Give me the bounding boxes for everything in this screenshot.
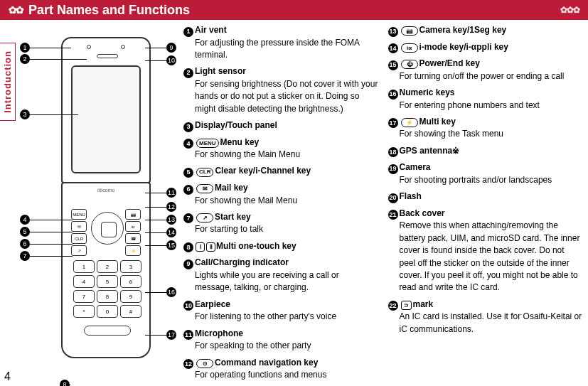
multi-onetouch-icon: Ⅰ (196, 242, 205, 252)
callout-14: 14 (145, 227, 176, 237)
item-number-badge: 7 (183, 213, 193, 223)
desc-item-body: Remove this when attaching/removing the … (400, 220, 583, 294)
nav-pad-illus (91, 212, 124, 245)
callout-8: 8 (60, 380, 70, 386)
desc-item-title: Clear key/i-Channel key (215, 166, 311, 176)
desc-item-head: 14iαi-mode key/i-αppli key (388, 41, 583, 54)
desc-item-10: 10EarpieceFor listening to the other par… (183, 299, 378, 323)
left-soft-keys: MENU ✉ CLR ↗ (71, 209, 87, 256)
key-0: 0 (97, 305, 118, 318)
multi-onetouch-illus (84, 326, 131, 336)
callout-7: 7 (20, 251, 73, 261)
desc-item-4: 4MENUMenu keyFor showing the Main Menu (183, 136, 378, 161)
callout-10: 10 (145, 55, 176, 65)
desc-item-1: 1Air ventFor adjusting the pressure insi… (183, 24, 378, 61)
callout-12: 12 (145, 202, 176, 212)
light-sensor-dot (87, 45, 91, 49)
page-number: 4 (4, 370, 11, 383)
key-8: 8 (97, 290, 118, 303)
desc-item-head: 18GPS antenna※ (388, 145, 583, 158)
content-area: döcomo MENU ✉ CLR ↗ 📷 iα ☎ ⚡ 1 2 3 (20, 24, 582, 386)
desc-item-title: Menu key (220, 137, 260, 147)
desc-item-title: Camera key/1Seg key (419, 25, 507, 35)
key-label-icon: ⏻ (401, 60, 418, 69)
desc-item-title: GPS antenna※ (400, 146, 460, 156)
key-3: 3 (120, 260, 141, 273)
desc-item-8: 8ⅠⅡMulti one-touch key (183, 240, 378, 253)
desc-item-head: 12⊙Command navigation key (183, 357, 378, 370)
desc-item-22: 22⊃markAn IC card is installed. Use it f… (388, 299, 583, 336)
key-label-icon: ↗ (196, 213, 213, 223)
desc-item-body: For sensing brightness (Do not cover it … (195, 78, 378, 115)
desc-item-20: 20Flash (388, 191, 583, 203)
phone-bottom-half: döcomo MENU ✉ CLR ↗ 📷 iα ☎ ⚡ 1 2 3 (61, 182, 151, 358)
item-number-badge: 4 (183, 139, 193, 149)
desc-item-head: 10Earpiece (183, 299, 378, 311)
earpiece-slot (97, 54, 118, 58)
key-label-icon: ⚡ (401, 118, 418, 127)
item-number-badge: 3 (183, 122, 193, 132)
phone-illustration: döcomo MENU ✉ CLR ↗ 📷 iα ☎ ⚡ 1 2 3 (61, 37, 151, 358)
desc-item-9: 9Call/Charging indicatorLights while you… (183, 257, 378, 294)
item-number-badge: 10 (183, 301, 193, 311)
desc-item-title: i-mode key/i-αppli key (419, 42, 508, 52)
flower-icon: ✿✿ (9, 4, 23, 16)
desc-item-head: 5CLRClear key/i-Channel key (183, 165, 378, 178)
callout-11: 11 (145, 188, 176, 198)
clr-key-illus: CLR (71, 233, 87, 244)
menu-key-illus: MENU (71, 209, 87, 220)
description-column-1: 1Air ventFor adjusting the pressure insi… (183, 24, 378, 386)
desc-item-head: 16Numeric keys (388, 87, 583, 100)
desc-item-title: Call/Charging indicator (195, 257, 289, 267)
item-number-badge: 17 (388, 118, 398, 128)
desc-item-15: 15⏻Power/End keyFor turning on/off the p… (388, 58, 583, 82)
phone-screen (71, 65, 141, 173)
key-label-icon: MENU (196, 139, 219, 148)
desc-item-title: Mail key (215, 183, 248, 193)
desc-item-title: Flash (400, 191, 422, 201)
key-1: 1 (73, 260, 95, 273)
item-number-badge: 15 (388, 60, 398, 70)
desc-item-6: 6✉Mail keyFor showing the Mail Menu (183, 182, 378, 207)
desc-item-title: Multi one-touch key (216, 241, 296, 251)
desc-item-body: An IC card is installed. Use it for Osai… (400, 311, 583, 336)
desc-item-head: 13📷Camera key/1Seg key (388, 24, 583, 37)
desc-item-body: For listening to the other party's voice (195, 311, 378, 323)
callout-5: 5 (20, 227, 73, 237)
desc-item-17: 17⚡Multi keyFor showing the Task menu (388, 116, 583, 141)
desc-item-3: 3Display/Touch panel (183, 119, 378, 132)
desc-item-18: 18GPS antenna※ (388, 145, 583, 158)
multi-onetouch-icon: Ⅱ (206, 242, 215, 252)
imode-key-illus: iα (125, 221, 141, 232)
item-number-badge: 5 (183, 168, 193, 178)
desc-item-body: For showing the Task menu (400, 128, 583, 140)
callout-4: 4 (20, 215, 73, 225)
item-number-badge: 12 (183, 359, 193, 369)
item-number-badge: 21 (388, 210, 398, 220)
callout-17: 17 (145, 330, 176, 340)
desc-item-body: For turning on/off the power or ending a… (400, 70, 583, 82)
power-key-illus: ☎ (125, 233, 141, 244)
desc-item-title: Microphone (195, 328, 243, 338)
desc-item-14: 14iαi-mode key/i-αppli key (388, 41, 583, 54)
desc-item-head: 19Camera (388, 161, 583, 174)
item-number-badge: 9 (183, 259, 193, 269)
desc-item-head: 11Microphone (183, 328, 378, 341)
desc-item-21: 21Back coverRemove this when attaching/r… (388, 208, 583, 294)
callout-3: 3 (20, 109, 78, 119)
page-title: Part Names and Functions (28, 3, 190, 18)
desc-item-title: Earpiece (195, 299, 230, 309)
item-number-badge: 11 (183, 330, 193, 340)
desc-item-head: 3Display/Touch panel (183, 119, 378, 132)
desc-item-head: 6✉Mail key (183, 182, 378, 195)
item-number-badge: 2 (183, 68, 193, 78)
item-number-badge: 8 (183, 242, 193, 252)
item-number-badge: 1 (183, 27, 193, 37)
desc-item-body: For adjusting the pressure inside the FO… (195, 37, 378, 62)
desc-item-head: 7↗Start key (183, 211, 378, 224)
key-label-icon: ⊙ (196, 359, 213, 368)
desc-item-5: 5CLRClear key/i-Channel key (183, 165, 378, 178)
key-label-icon: iα (401, 43, 418, 53)
key-label-icon: ✉ (196, 184, 213, 193)
item-number-badge: 22 (388, 301, 398, 311)
